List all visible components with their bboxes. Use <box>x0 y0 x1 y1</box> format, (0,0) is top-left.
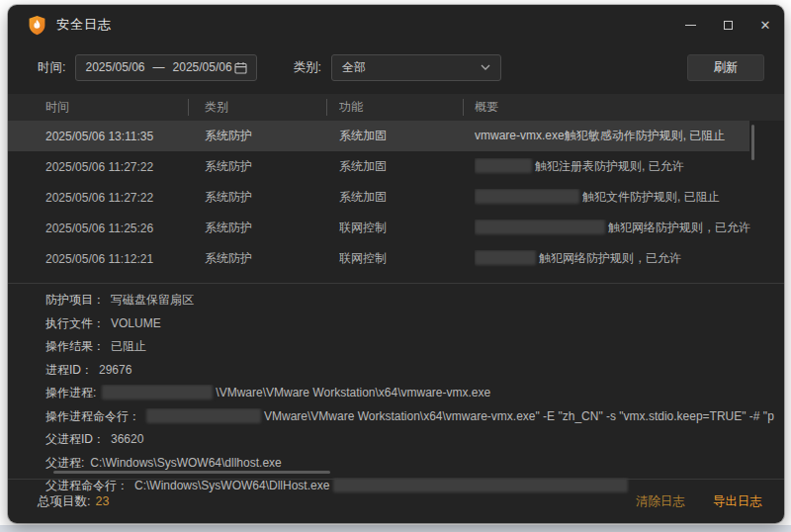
detail-label: 操作进程: <box>45 386 96 399</box>
detail-line: 执行文件：VOLUME <box>45 315 774 332</box>
col-header-summary[interactable]: 概要 <box>475 99 784 116</box>
table-row[interactable]: 2025/05/06 11:27:22 系统防护 系统加固 触犯文件防护规则, … <box>8 182 784 213</box>
shield-app-icon <box>28 15 46 36</box>
redacted-text <box>475 158 532 173</box>
date-from[interactable]: 2025/05/06 <box>85 60 144 74</box>
cell-time: 2025/05/06 11:12:21 <box>45 252 205 266</box>
export-log-button[interactable]: 导出日志 <box>713 493 762 510</box>
category-selected-value: 全部 <box>342 59 366 76</box>
detail-value: 36620 <box>111 432 143 446</box>
detail-value: C:\Windows\SysWOW64\dllhost.exe <box>90 456 281 470</box>
total-count-value: 23 <box>95 494 109 508</box>
cell-function: 系统加固 <box>339 189 475 206</box>
chevron-down-icon <box>481 64 490 70</box>
cell-summary: 触犯注册表防护规则, 已允许 <box>475 158 784 175</box>
detail-value: \VMware\VMware Workstation\x64\vmware-vm… <box>216 386 490 399</box>
detail-label: 父进程ID： <box>45 432 105 446</box>
detail-line: 防护项目：写磁盘保留扇区 <box>45 292 774 309</box>
detail-label: 防护项目： <box>45 293 105 307</box>
redacted-text <box>102 385 213 399</box>
cell-category: 系统防护 <box>205 220 339 236</box>
cell-time: 2025/05/06 11:27:22 <box>45 191 205 205</box>
close-button[interactable]: ✕ <box>747 5 784 44</box>
footer-bar: 总项目数:23 清除日志 导出日志 <box>8 480 784 523</box>
column-divider <box>188 99 189 116</box>
cell-time: 2025/05/06 11:27:22 <box>45 160 205 174</box>
detail-line: 操作进程:\VMware\VMware Workstation\x64\vmwa… <box>45 385 774 401</box>
minimize-icon <box>685 25 696 26</box>
cell-function: 系统加固 <box>339 128 475 144</box>
refresh-button[interactable]: 刷新 <box>687 54 764 81</box>
total-count: 总项目数:23 <box>38 493 109 510</box>
detail-value: 已阻止 <box>111 339 146 353</box>
column-divider <box>326 99 327 116</box>
clear-log-button[interactable]: 清除日志 <box>636 493 685 510</box>
log-table-header: 时间 类别 功能 概要 <box>8 94 784 121</box>
total-count-label: 总项目数: <box>38 494 90 508</box>
calendar-icon <box>234 61 247 74</box>
detail-label: 操作结果： <box>45 339 105 353</box>
cell-function: 系统加固 <box>339 158 475 175</box>
window-controls: ✕ <box>671 5 784 44</box>
detail-line: 父进程ID：36620 <box>45 431 774 448</box>
category-filter-label: 类别: <box>293 59 320 76</box>
cell-summary: 触犯网络防护规则，已允许 <box>475 220 784 236</box>
redacted-text <box>475 220 605 234</box>
table-row[interactable]: 2025/05/06 13:11:35 系统防护 系统加固 vmware-vmx… <box>8 121 749 151</box>
cell-category: 系统防护 <box>205 189 339 206</box>
cell-category: 系统防护 <box>205 250 339 267</box>
redacted-text <box>475 250 536 265</box>
detail-label: 进程ID： <box>45 363 93 377</box>
column-divider <box>463 99 464 116</box>
cell-summary: vmware-vmx.exe触犯敏感动作防护规则, 已阻止 <box>475 128 749 144</box>
desktop-edge <box>0 525 791 532</box>
detail-label: 执行文件： <box>45 316 105 330</box>
log-detail-panel: 防护项目：写磁盘保留扇区 执行文件：VOLUME 操作结果：已阻止 进程ID：2… <box>45 292 774 494</box>
redacted-text <box>475 189 579 204</box>
cell-function: 联网控制 <box>339 220 475 236</box>
redacted-text <box>146 408 261 423</box>
detail-line: 操作结果：已阻止 <box>45 338 774 355</box>
security-log-window: 安全日志 ✕ 时间: 2025/05/06 — 2025/05/06 类别: 全… <box>8 5 784 523</box>
window-title: 安全日志 <box>56 16 112 34</box>
table-row[interactable]: 2025/05/06 11:27:22 系统防护 系统加固 触犯注册表防护规则,… <box>8 151 784 182</box>
detail-value: VMware\VMware Workstation\x64\vmware-vmx… <box>264 409 774 423</box>
titlebar: 安全日志 ✕ <box>8 5 784 44</box>
cell-summary: 触犯文件防护规则, 已阻止 <box>475 189 784 206</box>
date-range-separator: — <box>153 60 165 74</box>
detail-value: 写磁盘保留扇区 <box>111 293 194 307</box>
detail-line: 进程ID：29676 <box>45 362 774 379</box>
filter-bar: 时间: 2025/05/06 — 2025/05/06 类别: 全部 刷新 <box>8 51 784 83</box>
cell-category: 系统防护 <box>205 128 339 144</box>
table-row[interactable]: 2025/05/06 11:12:21 系统防护 联网控制 触犯网络防护规则，已… <box>8 243 784 274</box>
minimize-button[interactable] <box>671 5 709 44</box>
detail-label: 操作进程命令行： <box>45 409 140 423</box>
close-icon: ✕ <box>760 18 771 33</box>
cell-time: 2025/05/06 11:25:26 <box>45 222 205 235</box>
col-header-category[interactable]: 类别 <box>205 99 339 116</box>
col-header-time[interactable]: 时间 <box>45 99 205 116</box>
time-filter-label: 时间: <box>38 59 65 76</box>
col-header-function[interactable]: 功能 <box>339 99 475 116</box>
detail-value: 29676 <box>99 363 132 377</box>
maximize-button[interactable] <box>709 5 747 44</box>
log-table-body: 2025/05/06 13:11:35 系统防护 系统加固 vmware-vmx… <box>8 121 784 274</box>
cell-category: 系统防护 <box>205 158 339 175</box>
cell-function: 联网控制 <box>339 250 475 267</box>
detail-line: 父进程:C:\Windows\SysWOW64\dllhost.exe <box>45 455 774 472</box>
date-range-picker[interactable]: 2025/05/06 — 2025/05/06 <box>75 54 257 81</box>
horizontal-scrollbar-thumb[interactable] <box>53 471 330 474</box>
date-to[interactable]: 2025/05/06 <box>173 60 232 74</box>
category-select[interactable]: 全部 <box>331 54 501 81</box>
maximize-icon <box>724 21 733 30</box>
cell-summary: 触犯网络防护规则，已允许 <box>475 250 784 267</box>
section-divider <box>8 283 784 284</box>
table-row[interactable]: 2025/05/06 11:25:26 系统防护 联网控制 触犯网络防护规则，已… <box>8 213 784 243</box>
detail-label: 父进程: <box>45 456 84 470</box>
detail-value: VOLUME <box>111 316 161 330</box>
vertical-scrollbar-thumb[interactable] <box>751 125 754 160</box>
cell-time: 2025/05/06 13:11:35 <box>45 130 205 143</box>
detail-line: 操作进程命令行：VMware\VMware Workstation\x64\vm… <box>45 408 774 425</box>
